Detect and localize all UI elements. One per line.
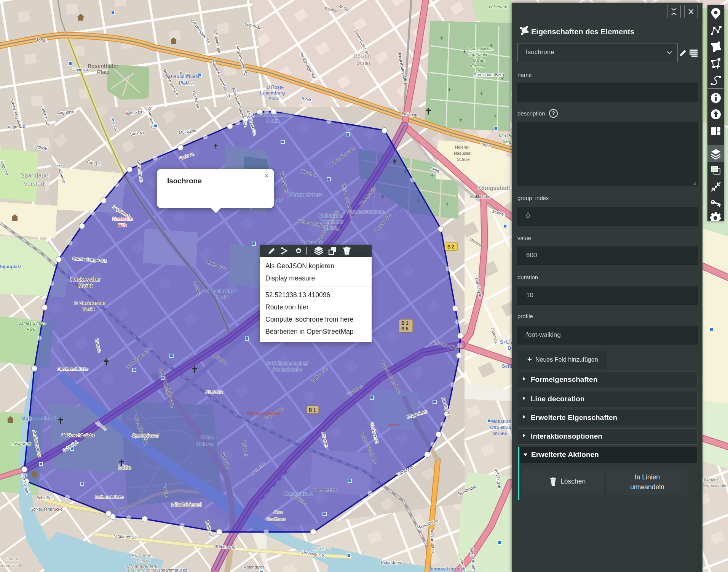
svg-text:Allee: Allee	[324, 225, 335, 231]
svg-text:Nikolaiviertel: Nikolaiviertel	[171, 502, 201, 508]
svg-text:Forum: Forum	[147, 444, 159, 449]
svg-text:Platz: Platz	[268, 96, 279, 101]
svg-text:Gontardstraße: Gontardstraße	[272, 367, 302, 372]
svg-text:U Rosa-: U Rosa-	[267, 85, 284, 90]
svg-text:✝: ✝	[480, 91, 484, 96]
svg-text:B 2: B 2	[447, 244, 455, 250]
svg-text:Mollknoten: Mollknoten	[470, 194, 490, 199]
svg-text:Spree: Spree	[312, 546, 326, 551]
svg-text:Markt: Markt	[82, 306, 94, 312]
svg-text:S Hackescher: S Hackescher	[74, 300, 105, 306]
svg-text:✝: ✝	[445, 202, 449, 207]
svg-text:Helene-: Helene-	[455, 145, 470, 149]
svg-text:Blumen-: Blumen-	[704, 477, 719, 482]
svg-text:Stadthaus: Stadthaus	[267, 517, 286, 521]
svg-text:✝: ✝	[425, 107, 432, 116]
svg-text:✝: ✝	[103, 357, 110, 367]
svg-text:Museumsinsel: Museumsinsel	[21, 415, 56, 421]
svg-text:II: II	[477, 69, 480, 74]
svg-text:Linienstr.: Linienstr.	[72, 67, 89, 72]
svg-text:Altes: Altes	[273, 510, 283, 514]
svg-text:European: European	[132, 553, 152, 558]
svg-text:Prenzlauer: Prenzlauer	[320, 219, 343, 224]
svg-text:Liebknechtbrücke: Liebknechtbrücke	[62, 433, 94, 437]
svg-text:bijouplatz: bijouplatz	[0, 264, 21, 269]
svg-text:✝: ✝	[430, 173, 434, 178]
svg-text:Rolandufer: Rolandufer	[244, 565, 264, 569]
svg-text:✝: ✝	[447, 87, 451, 93]
svg-text:✝: ✝	[213, 143, 218, 150]
svg-text:B 5: B 5	[401, 326, 409, 332]
svg-text:Bötzow: Bötzow	[354, 53, 372, 59]
svg-text:U Rosenthaler: U Rosenthaler	[169, 74, 200, 79]
svg-text:Schloßpl.: Schloßpl.	[36, 495, 54, 500]
svg-text:seumsinsel: seumsinsel	[0, 563, 21, 568]
svg-text:B 1: B 1	[309, 407, 316, 413]
svg-text:B 1: B 1	[401, 320, 409, 326]
svg-text:Torstr.: Torstr.	[36, 37, 48, 43]
svg-text:Haeusler-: Haeusler-	[454, 151, 472, 155]
svg-text:S+U Alexanderplatz/: S+U Alexanderplatz/	[267, 361, 308, 366]
svg-text:Platz: Platz	[179, 80, 190, 85]
svg-text:Höfe: Höfe	[118, 223, 127, 228]
svg-text:Rathaus: Rathaus	[196, 442, 214, 447]
svg-text:Berlin: Berlin	[356, 60, 370, 66]
svg-text:✝: ✝	[57, 416, 64, 426]
svg-text:Marien: Marien	[473, 58, 486, 62]
svg-text:✝: ✝	[191, 365, 198, 375]
svg-text:Königsstadt: Königsstadt	[477, 184, 510, 191]
svg-text:Hackescher: Hackescher	[70, 276, 101, 282]
svg-text:Markt: Markt	[216, 295, 228, 300]
svg-text:Schleusenbrücke: Schleusenbrücke	[30, 507, 62, 511]
svg-text:Park: Park	[27, 327, 35, 332]
svg-text:U Weinmeisterstraße: U Weinmeisterstraße	[342, 209, 385, 215]
svg-text:Platz: Platz	[267, 118, 278, 123]
svg-text:und Sankt: und Sankt	[468, 52, 487, 57]
svg-text:Schule: Schule	[457, 157, 470, 162]
svg-text:Alexa: Alexa	[388, 422, 399, 427]
svg-text:Marx-Engels-: Marx-Engels-	[140, 437, 165, 442]
svg-text:Markt: Markt	[78, 283, 93, 289]
svg-text:Friedrichsbrücke: Friedrichsbrücke	[57, 367, 88, 371]
svg-text:✝: ✝	[459, 118, 463, 123]
svg-text:Sankt Nicolai: Sankt Nicolai	[469, 46, 494, 51]
svg-text:Klosterstraße: Klosterstraße	[284, 491, 313, 497]
svg-text:Parochialstr.: Parochialstr.	[314, 488, 337, 492]
svg-text:School: School	[136, 558, 150, 564]
svg-text:Friedhof: Friedhof	[471, 64, 487, 68]
svg-text:Jannowitzbrücke: Jannowitzbrücke	[428, 566, 466, 572]
svg-text:Rotes: Rotes	[201, 435, 214, 440]
svg-text:Berg: Berg	[503, 139, 512, 144]
svg-text:S Hackescher: S Hackescher	[206, 288, 236, 294]
svg-text:Lustgarten: Lustgarten	[11, 441, 31, 446]
svg-text:Rathauspassagen: Rathauspassagen	[247, 411, 281, 415]
svg-text:Rosa-Luxemburg-: Rosa-Luxemburg-	[252, 112, 295, 117]
svg-text:Alt-Berlin: Alt-Berlin	[206, 389, 223, 394]
svg-text:Weinmeisters: Weinmeisters	[288, 192, 322, 198]
svg-text:Leisepark: Leisepark	[489, 5, 507, 9]
svg-text:✝: ✝	[440, 36, 444, 41]
svg-text:Hackesche: Hackesche	[112, 216, 133, 221]
svg-text:D: D	[508, 345, 511, 351]
svg-text:Straße: Straße	[493, 431, 508, 436]
svg-text:Rosenthaler: Rosenthaler	[88, 63, 118, 69]
svg-text:Neubau: Neubau	[5, 556, 19, 561]
svg-text:Mollstraße/: Mollstraße/	[319, 213, 343, 218]
svg-text:✝: ✝	[493, 114, 497, 119]
svg-text:Vorstadt: Vorstadt	[24, 181, 46, 187]
svg-text:Mollstraße/: Mollstraße/	[301, 240, 323, 245]
svg-text:Grundschule: Grundschule	[702, 483, 726, 488]
svg-text:✝: ✝	[118, 458, 125, 468]
svg-text:Rathausbrücke: Rathausbrücke	[95, 495, 123, 499]
svg-text:Luxemburg-: Luxemburg-	[260, 90, 286, 96]
svg-text:James-Simon-: James-Simon-	[19, 321, 46, 325]
svg-text:and Technology: and Technology	[127, 568, 159, 572]
svg-text:✝: ✝	[392, 159, 397, 165]
svg-text:✝: ✝	[463, 49, 466, 54]
svg-text:Spandauer: Spandauer	[21, 172, 51, 179]
svg-text:Platz: Platz	[97, 69, 110, 75]
svg-text:Rolandufer: Rolandufer	[381, 560, 401, 565]
